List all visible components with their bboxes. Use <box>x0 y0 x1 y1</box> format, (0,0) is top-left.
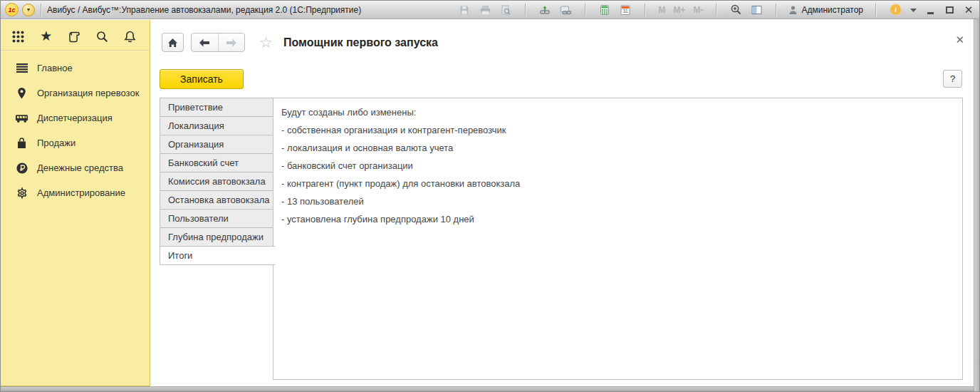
sections-menu-icon[interactable] <box>11 29 25 43</box>
step-tab-privetstvie[interactable]: Приветствие <box>160 98 273 117</box>
user-name: Администратор <box>801 5 863 15</box>
step-tab-bankovskiy-schet[interactable]: Банковский счет <box>160 153 273 172</box>
favorites-icon[interactable]: ★ <box>39 29 53 43</box>
window-frame-right <box>974 19 979 391</box>
shopping-bag-icon <box>15 136 28 150</box>
memory-subtract-button[interactable]: M- <box>692 3 704 17</box>
save-icon[interactable] <box>457 3 471 17</box>
memory-recall-button[interactable]: M <box>657 3 666 17</box>
app-window: 1с ▼ Авибус / Авибус™:Управление автовок… <box>0 0 980 392</box>
home-icon <box>167 38 178 48</box>
sidebar-item-label: Организация перевозок <box>37 88 139 98</box>
notifications-bell-icon[interactable] <box>123 29 137 43</box>
form-close-icon[interactable]: ✕ <box>955 34 964 46</box>
sidebar-item-main[interactable]: Главное <box>1 56 150 81</box>
chevron-down-icon[interactable] <box>909 3 917 17</box>
sidebar-item-label: Денежные средства <box>37 163 123 173</box>
separator <box>875 4 876 16</box>
step-tab-lokalizaciya[interactable]: Локализация <box>160 116 273 135</box>
step-tab-komissiya-avtovokzala[interactable]: Комиссия автовокзала <box>160 172 273 191</box>
summary-item: - установлена глубина предпродажи 10 дне… <box>281 210 954 228</box>
help-button[interactable]: ? <box>943 70 962 88</box>
minimize-button[interactable] <box>924 3 937 17</box>
go-to-link-icon[interactable] <box>558 3 573 17</box>
separator <box>776 4 776 16</box>
page-title: Помощник первого запуска <box>283 36 438 49</box>
separator <box>41 4 41 16</box>
window-frame-bottom <box>1 386 974 391</box>
split-window-icon[interactable] <box>749 3 763 17</box>
calendar-icon[interactable]: 31 <box>618 3 632 17</box>
step-tab-glubina-predprodazhi[interactable]: Глубина предпродажи <box>160 227 273 247</box>
ruble-coin-icon <box>15 161 28 175</box>
print-icon[interactable] <box>478 3 492 17</box>
sidebar-item-administration[interactable]: Администрирование <box>1 180 150 205</box>
calculator-icon[interactable] <box>598 3 612 17</box>
separator <box>525 4 526 16</box>
close-button[interactable]: ✕ <box>962 3 975 17</box>
menu-lines-icon <box>15 61 28 75</box>
memory-add-button[interactable]: M+ <box>672 3 686 17</box>
window-title: Авибус / Авибус™:Управление автовокзалам… <box>47 5 361 15</box>
main-area: ☆ Помощник первого запуска ✕ Записать ? … <box>151 20 974 386</box>
summary-item: - 13 пользователей <box>281 192 954 210</box>
sidebar-item-label: Продажи <box>37 138 75 148</box>
info-icon[interactable]: i <box>888 3 902 17</box>
svg-text:31: 31 <box>623 9 629 14</box>
system-menu-button[interactable]: ▼ <box>22 4 35 16</box>
step-tab-ostanovka-avtovokzala[interactable]: Остановка автовокзала <box>160 190 273 210</box>
maximize-button[interactable] <box>943 3 956 17</box>
step-tab-organizaciya[interactable]: Организация <box>160 135 273 154</box>
sidebar-item-sales[interactable]: Продажи <box>1 130 150 155</box>
print-preview-icon[interactable] <box>499 3 513 17</box>
wizard-summary-panel: Будут созданы либо изменены: - собственн… <box>273 98 963 380</box>
sidebar-menu: Главное Организация перевозок Диспетчери… <box>1 51 150 205</box>
bus-icon <box>15 111 28 125</box>
gear-icon <box>15 186 28 200</box>
sidebar-item-label: Администрирование <box>37 187 125 198</box>
sidebar-item-money[interactable]: Денежные средства <box>1 155 150 180</box>
back-button[interactable] <box>192 33 218 51</box>
map-pin-icon <box>15 86 28 100</box>
1c-logo-icon: 1с <box>5 3 19 16</box>
sidebar-item-dispatching[interactable]: Диспетчеризация <box>1 105 150 130</box>
sidebar-item-transport-organization[interactable]: Организация перевозок <box>1 81 150 105</box>
sidebar-item-label: Диспетчеризация <box>37 113 113 123</box>
save-button[interactable]: Записать <box>160 69 244 89</box>
step-tab-itogi-active[interactable]: Итоги <box>160 246 275 265</box>
user-icon <box>788 5 798 15</box>
get-link-icon[interactable] <box>538 3 552 17</box>
history-nav <box>191 33 245 52</box>
favorite-toggle-star-icon[interactable]: ☆ <box>259 35 273 51</box>
step-tab-polzovateli[interactable]: Пользователи <box>160 209 273 228</box>
summary-item: - контрагент (пункт продаж) для остановк… <box>281 175 954 192</box>
separator <box>645 4 645 16</box>
search-icon[interactable] <box>95 29 109 43</box>
titlebar: 1с ▼ Авибус / Авибус™:Управление автовок… <box>1 1 979 19</box>
forward-button[interactable] <box>218 33 245 51</box>
home-button[interactable] <box>162 33 184 52</box>
sidebar: ★ Главное Организаци <box>1 20 150 386</box>
current-user[interactable]: Администратор <box>788 5 863 15</box>
zoom-icon[interactable] <box>729 3 743 17</box>
summary-item: - банковский счет организации <box>281 157 954 175</box>
separator <box>716 4 716 16</box>
history-icon[interactable] <box>67 29 80 43</box>
wizard-steps: Приветствие Локализация Организация Банк… <box>160 98 273 265</box>
summary-item: - собственная организация и контрагент-п… <box>281 121 954 139</box>
separator <box>585 4 585 16</box>
sidebar-item-label: Главное <box>37 63 73 73</box>
sidebar-toolbar: ★ <box>1 20 150 50</box>
summary-item: - локализация и основная валюта учета <box>281 139 954 157</box>
summary-title: Будут созданы либо изменены: <box>281 103 954 121</box>
